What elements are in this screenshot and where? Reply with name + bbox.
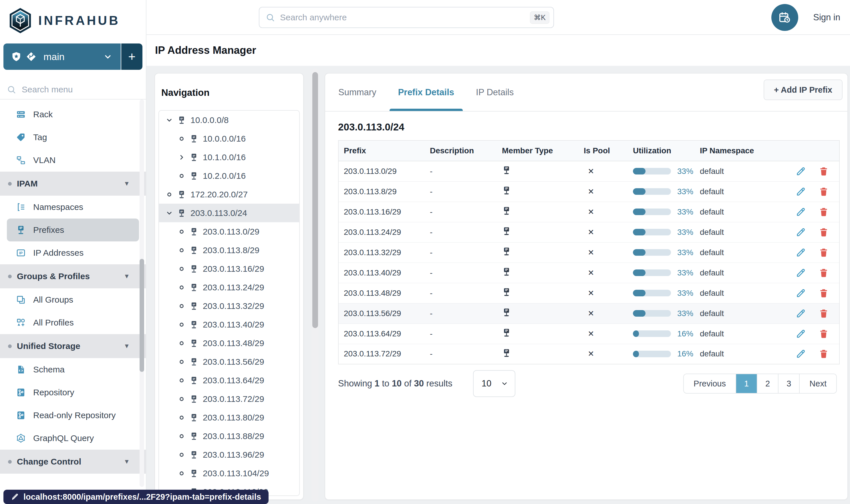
tree-item-203-0-113-24-29[interactable]: IP203.0.113.24/29 xyxy=(159,278,299,296)
triangle-down-icon: ▼ xyxy=(124,273,130,280)
table-row[interactable]: 203.0.113.0/29-IP✕33%default xyxy=(338,161,839,181)
page-button-2[interactable]: 2 xyxy=(757,374,778,393)
sidebar-item-all-groups[interactable]: All Groups xyxy=(0,288,146,311)
sidebar-item-prefixes[interactable]: IPPrefixes xyxy=(7,218,139,241)
tab-summary[interactable]: Summary xyxy=(327,73,387,111)
tree-item-203-0-113-8-29[interactable]: IP203.0.113.8/29 xyxy=(159,241,299,259)
delete-button[interactable] xyxy=(818,308,829,319)
tree-item-203-0-113-0-24[interactable]: IP203.0.113.0/24 xyxy=(159,204,299,222)
tree-item-203-0-113-72-29[interactable]: IP203.0.113.72/29 xyxy=(159,390,299,408)
tree-item-203-0-113-64-29[interactable]: IP203.0.113.64/29 xyxy=(159,371,299,390)
sidebar-item-all-profiles[interactable]: All Profiles xyxy=(0,311,146,334)
add-ip-prefix-button[interactable]: + Add IP Prefix xyxy=(764,79,843,100)
tree-item-203-0-113-40-29[interactable]: IP203.0.113.40/29 xyxy=(159,315,299,334)
sidebar-item-graphql-query[interactable]: GraphQL Query xyxy=(0,427,146,450)
page-title: IP Address Manager xyxy=(155,44,256,56)
edit-button[interactable] xyxy=(796,329,806,339)
tree-item-10-1-0-0-16[interactable]: IP10.1.0.0/16 xyxy=(159,148,299,166)
edit-button[interactable] xyxy=(796,227,806,237)
edit-button[interactable] xyxy=(796,207,806,217)
tree-item-203-0-113-88-29[interactable]: IP203.0.113.88/29 xyxy=(159,427,299,445)
table-row[interactable]: 203.0.113.64/29-IP✕16%default xyxy=(338,324,839,344)
tab-ip-details[interactable]: IP Details xyxy=(465,73,525,111)
delete-button[interactable] xyxy=(818,329,829,339)
svg-text:IP: IP xyxy=(193,470,195,473)
table-row[interactable]: 203.0.113.56/29-IP✕33%default xyxy=(338,303,839,324)
delete-button[interactable] xyxy=(818,186,829,197)
delete-button[interactable] xyxy=(818,349,829,359)
add-branch-button[interactable]: + xyxy=(121,43,142,70)
edit-button[interactable] xyxy=(796,166,806,177)
edit-button[interactable] xyxy=(796,288,806,298)
sidebar-item-schema[interactable]: Schema xyxy=(0,358,146,381)
page-button-1[interactable]: 1 xyxy=(736,374,757,393)
delete-button[interactable] xyxy=(818,288,829,298)
ip-prefix-icon: IP xyxy=(502,166,511,175)
previous-page-button[interactable]: Previous xyxy=(684,374,736,393)
tree-item-203-0-113-56-29[interactable]: IP203.0.113.56/29 xyxy=(159,353,299,371)
tree-item-10-0-0-0-8[interactable]: IP10.0.0.0/8 xyxy=(159,111,299,129)
tree-item-172-20-20-0-27[interactable]: IP172.20.20.0/27 xyxy=(159,185,299,204)
time-travel-button[interactable] xyxy=(771,4,798,31)
tree-item-203-0-113-16-29[interactable]: IP203.0.113.16/29 xyxy=(159,259,299,278)
sidebar-item-namespaces[interactable]: Namespaces xyxy=(0,196,146,218)
sidebar-item-read-only-repository[interactable]: Read-only Repository xyxy=(0,404,146,427)
table-row[interactable]: 203.0.113.32/29-IP✕33%default xyxy=(338,242,839,263)
table-row[interactable]: 203.0.113.40/29-IP✕33%default xyxy=(338,263,839,283)
page-button-3[interactable]: 3 xyxy=(778,374,800,393)
table-row[interactable]: 203.0.113.72/29-IP✕16%default xyxy=(338,344,839,364)
sidebar-section-change-control[interactable]: Change Control▼ xyxy=(0,450,146,474)
branch-select-button[interactable]: main xyxy=(3,43,121,70)
sidebar-item-vlan[interactable]: VLAN xyxy=(0,149,146,172)
svg-text:IP: IP xyxy=(180,191,183,194)
sidebar-search[interactable] xyxy=(0,80,146,100)
edit-button[interactable] xyxy=(796,349,806,359)
delete-button[interactable] xyxy=(818,227,829,237)
sidebar-item-repository[interactable]: Repository xyxy=(0,381,146,404)
sidebar-scrollbar[interactable] xyxy=(140,100,144,487)
brand-logo[interactable]: INFRAHUB xyxy=(0,0,146,37)
delete-button[interactable] xyxy=(818,248,829,258)
next-page-button[interactable]: Next xyxy=(800,374,836,393)
sidebar-scrollbar-thumb[interactable] xyxy=(140,259,144,372)
section-bullet xyxy=(8,460,12,464)
tab-prefix-details[interactable]: Prefix Details xyxy=(387,73,465,111)
sign-in-link[interactable]: Sign in xyxy=(813,12,840,23)
delete-button[interactable] xyxy=(818,207,829,217)
global-search[interactable]: ⌘K xyxy=(259,7,554,28)
delete-button[interactable] xyxy=(818,268,829,278)
svg-text:IP: IP xyxy=(193,433,195,436)
sidebar-section-groups-profiles[interactable]: Groups & Profiles▼ xyxy=(0,264,146,288)
tree-item-203-0-113-80-29[interactable]: IP203.0.113.80/29 xyxy=(159,408,299,427)
sidebar-section-unified-storage[interactable]: Unified Storage▼ xyxy=(0,334,146,358)
delete-button[interactable] xyxy=(818,166,829,177)
ip-prefix-icon: IP xyxy=(189,432,198,440)
sidebar-item-tag[interactable]: Tag xyxy=(0,126,146,149)
sidebar-item-ip-addresses[interactable]: IPIP Addresses xyxy=(0,241,146,264)
sidebar-search-input[interactable] xyxy=(22,85,113,94)
table-row[interactable]: 203.0.113.16/29-IP✕33%default xyxy=(338,202,839,222)
edit-button[interactable] xyxy=(796,268,806,278)
ip-prefix-icon: IP xyxy=(189,153,198,162)
table-row[interactable]: 203.0.113.24/29-IP✕33%default xyxy=(338,222,839,242)
page-size-select[interactable]: 10 xyxy=(473,370,516,397)
edit-button[interactable] xyxy=(796,248,806,258)
table-row[interactable]: 203.0.113.48/29-IP✕33%default xyxy=(338,283,839,303)
tree-item-10-2-0-0-16[interactable]: IP10.2.0.0/16 xyxy=(159,166,299,185)
tree-item-203-0-113-0-29[interactable]: IP203.0.113.0/29 xyxy=(159,222,299,241)
tree-item-203-0-113-32-29[interactable]: IP203.0.113.32/29 xyxy=(159,296,299,315)
ip-prefix-icon: IP xyxy=(502,206,511,215)
global-search-input[interactable] xyxy=(280,13,530,22)
edit-button[interactable] xyxy=(796,308,806,319)
edit-button[interactable] xyxy=(796,186,806,197)
panel-scrollbar[interactable] xyxy=(312,69,319,502)
sidebar-item-rack[interactable]: Rack xyxy=(0,103,146,126)
section-bullet xyxy=(8,182,12,186)
tree-item-203-0-113-96-29[interactable]: IP203.0.113.96/29 xyxy=(159,445,299,464)
table-row[interactable]: 203.0.113.8/29-IP✕33%default xyxy=(338,181,839,202)
sidebar-section-ipam[interactable]: IPAM▼ xyxy=(0,172,146,196)
panel-scrollbar-thumb[interactable] xyxy=(312,72,318,328)
tree-item-203-0-113-104-29[interactable]: IP203.0.113.104/29 xyxy=(159,464,299,483)
tree-item-10-0-0-0-16[interactable]: IP10.0.0.0/16 xyxy=(159,129,299,148)
tree-item-203-0-113-48-29[interactable]: IP203.0.113.48/29 xyxy=(159,334,299,353)
